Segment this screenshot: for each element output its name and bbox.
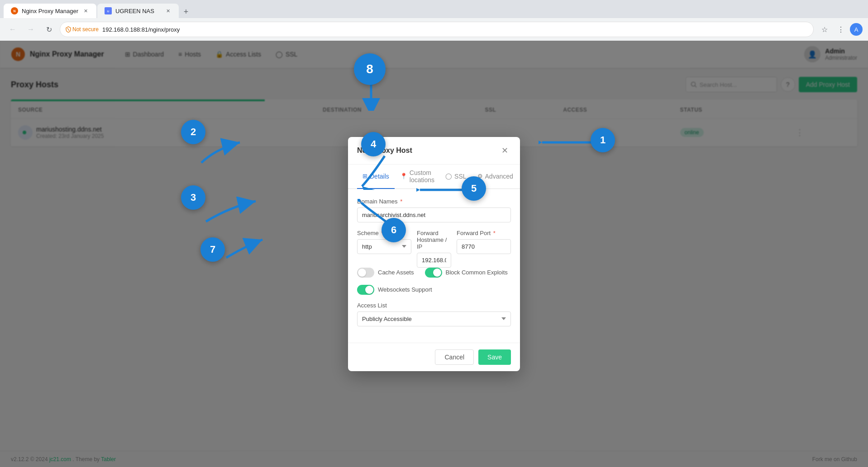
tab-ssl[interactable]: ◯ SSL xyxy=(440,165,472,189)
modal-tabs: ⊞ Details 📍 Custom locations ◯ SSL ⚙ Adv… xyxy=(348,165,520,189)
block-exploits-label: Block Common Exploits xyxy=(446,269,508,276)
tab-npm-close[interactable]: ✕ xyxy=(82,7,89,14)
tab-npm-title: Nginx Proxy Manager xyxy=(22,8,78,14)
ssl-tab-icon: ◯ xyxy=(445,173,452,179)
security-label: Not secure xyxy=(72,26,99,33)
back-button[interactable]: ← xyxy=(5,22,20,37)
toolbar-right: ☆ ⋮ A xyxy=(817,22,863,37)
toggles-row: Cache Assets Block Common Exploits xyxy=(357,268,511,278)
new-tab-button[interactable]: + xyxy=(180,5,192,18)
nas-favicon: U xyxy=(105,7,112,14)
advanced-icon: ⚙ xyxy=(477,173,483,179)
save-button[interactable]: Save xyxy=(478,349,511,365)
domain-names-label: Domain Names * xyxy=(357,198,511,205)
required-asterisk: * xyxy=(400,198,402,205)
modal-footer: Cancel Save xyxy=(348,343,520,371)
browser-chrome: N Nginx Proxy Manager ✕ U UGREEN NAS ✕ +… xyxy=(0,0,868,41)
tab-nas[interactable]: U UGREEN NAS ✕ xyxy=(97,4,179,18)
more-options-button[interactable]: ⋮ xyxy=(834,22,848,37)
websockets-row: Websockets Support xyxy=(357,285,511,295)
forward-hostname-input[interactable] xyxy=(417,253,451,268)
websockets-toggle-item: Websockets Support xyxy=(357,285,432,295)
tab-custom-locations[interactable]: 📍 Custom locations xyxy=(395,165,440,189)
modal-overlay: New Proxy Host ✕ ⊞ Details 📍 Custom loca… xyxy=(0,41,868,467)
modal-header: New Proxy Host ✕ xyxy=(348,137,520,165)
cache-assets-toggle-item: Cache Assets xyxy=(357,268,414,278)
access-list-group: Access List Publicly Accessible xyxy=(357,302,511,326)
forward-port-input[interactable] xyxy=(457,239,511,254)
connection-form-row: Scheme * http https Forward Hostname / I… xyxy=(357,230,511,268)
websockets-label: Websockets Support xyxy=(378,286,432,293)
block-exploits-toggle-item: Block Common Exploits xyxy=(425,268,508,278)
browser-tabs: N Nginx Proxy Manager ✕ U UGREEN NAS ✕ + xyxy=(0,0,868,18)
tab-npm[interactable]: N Nginx Proxy Manager ✕ xyxy=(4,4,96,18)
tab-nas-title: UGREEN NAS xyxy=(115,8,154,14)
custom-locations-icon: 📍 xyxy=(400,173,407,179)
cache-assets-toggle[interactable] xyxy=(357,268,374,278)
address-bar[interactable]: Not secure 192.168.0.188:81/nginx/proxy xyxy=(60,22,814,37)
bookmark-button[interactable]: ☆ xyxy=(817,22,832,37)
details-icon: ⊞ xyxy=(362,173,367,179)
access-list-select[interactable]: Publicly Accessible xyxy=(357,311,511,326)
cancel-button[interactable]: Cancel xyxy=(435,349,474,365)
cache-assets-label: Cache Assets xyxy=(378,269,414,276)
forward-port-label: Forward Port * xyxy=(457,230,511,236)
block-exploits-toggle[interactable] xyxy=(425,268,442,278)
tab-details[interactable]: ⊞ Details xyxy=(357,165,395,189)
domain-names-group: Domain Names * xyxy=(357,198,511,222)
security-indicator: Not secure xyxy=(66,26,99,33)
tab-advanced-label: Advanced xyxy=(485,173,513,180)
svg-text:N: N xyxy=(13,9,15,13)
websockets-toggle[interactable] xyxy=(357,285,374,295)
user-avatar[interactable]: A xyxy=(850,23,863,36)
modal-body: Domain Names * Scheme * http htt xyxy=(348,189,520,343)
forward-button[interactable]: → xyxy=(24,22,38,37)
tab-details-label: Details xyxy=(370,173,389,180)
forward-hostname-label: Forward Hostname / IP xyxy=(417,230,451,250)
port-required: * xyxy=(493,230,496,236)
modal-close-button[interactable]: ✕ xyxy=(498,144,511,157)
new-proxy-host-modal: New Proxy Host ✕ ⊞ Details 📍 Custom loca… xyxy=(348,137,520,371)
tab-advanced[interactable]: ⚙ Advanced xyxy=(472,165,519,189)
tab-custom-locations-label: Custom locations xyxy=(410,169,434,184)
forward-hostname-group: Forward Hostname / IP xyxy=(417,230,451,268)
browser-toolbar: ← → ↻ Not secure 192.168.0.188:81/nginx/… xyxy=(0,18,868,41)
scheme-required: * xyxy=(381,230,383,236)
access-list-label: Access List xyxy=(357,302,511,309)
forward-port-group: Forward Port * xyxy=(457,230,511,268)
tab-ssl-label: SSL xyxy=(454,173,466,180)
domain-names-input[interactable] xyxy=(357,208,511,222)
url-text: 192.168.0.188:81/nginx/proxy xyxy=(102,26,180,33)
npm-favicon: N xyxy=(11,7,18,14)
app-content: N Nginx Proxy Manager ⊞ Dashboard ≡ Host… xyxy=(0,41,868,467)
scheme-group: Scheme * http https xyxy=(357,230,411,268)
modal-title: New Proxy Host xyxy=(357,146,412,155)
svg-line-4 xyxy=(67,28,69,31)
scheme-label: Scheme * xyxy=(357,230,411,236)
reload-button[interactable]: ↻ xyxy=(42,22,56,37)
tab-nas-close[interactable]: ✕ xyxy=(164,7,172,14)
scheme-select[interactable]: http https xyxy=(357,239,411,254)
svg-text:U: U xyxy=(107,10,109,13)
